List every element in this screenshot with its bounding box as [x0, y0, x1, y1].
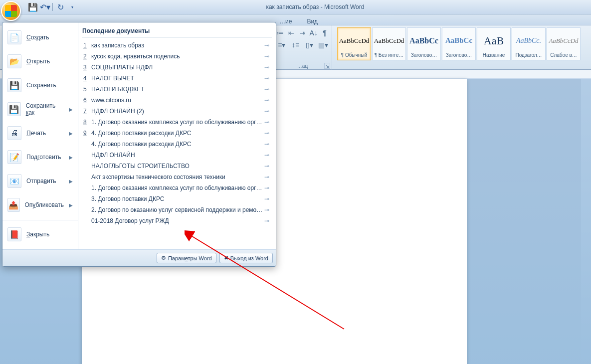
recent-item-title: 01-2018 Договор услуг РЖД	[91, 217, 263, 224]
word-options-button[interactable]: ⚙ Параметры Word	[157, 253, 216, 263]
office-menu-item-save[interactable]: Сохранить	[2, 73, 78, 97]
menu-item-label: Отправить	[26, 178, 56, 184]
decrease-indent-button[interactable]: ⇤	[286, 27, 296, 38]
office-button[interactable]	[1, 1, 21, 21]
qat-undo-button[interactable]: ↶▾	[39, 2, 50, 12]
style-item-1[interactable]: AaBbCcDd¶ Без инте…	[372, 27, 406, 60]
recent-document-item[interactable]: 4НАЛОГ ВЫЧЕТ⊸	[82, 73, 272, 84]
style-preview: AaBbCcDd	[374, 29, 404, 52]
recent-document-item[interactable]: НДФЛ ОНЛАЙН⊸	[82, 150, 272, 161]
pin-icon[interactable]: ⊸	[263, 206, 271, 213]
office-menu-item-prepare[interactable]: Подготовить▶	[2, 145, 78, 169]
align-button[interactable]: ≡▾	[275, 39, 288, 50]
recent-item-number: 7	[83, 108, 91, 115]
recent-document-item[interactable]: 81. Договор оказания комплекса услуг по …	[82, 117, 272, 128]
recent-item-title: 2. Договор по оказанию услуг сервисной п…	[91, 206, 263, 213]
pin-icon[interactable]: ⊸	[263, 97, 271, 104]
exit-word-button[interactable]: ✖ Выход из Word	[219, 253, 273, 263]
open-icon	[7, 54, 21, 68]
recent-document-item[interactable]: 94. Договор поставки расходки ДКРС⊸	[82, 128, 272, 139]
office-menu-item-new[interactable]: Создать	[2, 25, 78, 49]
ribbon-tab-view[interactable]: Вид	[307, 18, 318, 25]
recent-document-item[interactable]: 3СОЦВЫПЛАТЫ НДФЛ⊸	[82, 62, 272, 73]
ribbon-tab-partial[interactable]: …ие	[279, 18, 292, 25]
window-title: как записать образ - Microsoft Word	[266, 3, 364, 10]
qat-customize-button[interactable]: ▾	[67, 2, 78, 12]
pin-icon[interactable]: ⊸	[263, 75, 271, 82]
style-label: Название	[478, 52, 509, 58]
style-label: Заголово…	[408, 52, 439, 58]
recent-document-item[interactable]: Акт экспертизы технического состояния те…	[82, 172, 272, 182]
recent-document-item[interactable]: 01-2018 Договор услуг РЖД⊸	[82, 215, 272, 226]
pin-icon[interactable]: ⊸	[263, 163, 271, 170]
style-item-6[interactable]: AaBbCcDdСлабое в…	[547, 27, 581, 60]
pin-icon[interactable]: ⊸	[263, 119, 271, 126]
recent-document-item[interactable]: 2. Договор по оказанию услуг сервисной п…	[82, 204, 272, 215]
style-item-3[interactable]: AaBbCcЗаголово…	[442, 27, 476, 60]
borders-button[interactable]: ▦▾	[317, 39, 330, 50]
pin-icon[interactable]: ⊸	[263, 141, 271, 148]
qat-save-button[interactable]: 💾	[27, 2, 38, 12]
submenu-arrow-icon: ▶	[69, 155, 73, 160]
style-preview: AaBbCc	[445, 29, 472, 52]
quick-access-toolbar: 💾 ↶▾ ↻ ▾	[27, 2, 78, 12]
send-icon	[7, 174, 21, 188]
pin-icon[interactable]: ⊸	[263, 64, 271, 71]
office-menu-commands: СоздатьОткрытьСохранитьСохранить как▶Печ…	[2, 22, 78, 249]
recent-document-item[interactable]: 1. Договор оказания комплекса услуг по о…	[82, 182, 272, 193]
recent-item-number: 4	[83, 75, 91, 82]
recent-item-title: НДФЛ ОНЛАЙН	[91, 152, 263, 159]
style-item-4[interactable]: AaBНазвание	[477, 27, 511, 60]
recent-item-title: СОЦВЫПЛАТЫ НДФЛ	[91, 64, 263, 71]
recent-document-item[interactable]: 4. Договор поставки расходки ДКРС⊸	[82, 139, 272, 150]
qat-redo-button[interactable]: ↻	[55, 2, 66, 12]
office-menu-item-saveas[interactable]: Сохранить как▶	[2, 97, 78, 121]
shading-button[interactable]: ▯▾	[303, 39, 316, 50]
paragraph-dialog-launcher[interactable]: ↘	[324, 63, 330, 69]
recent-item-title: НАЛОГЛЬГОТЫ СТРОИТЕЛЬСТВО	[91, 163, 263, 170]
style-label: ¶ Без инте…	[374, 52, 404, 58]
pin-icon[interactable]: ⊸	[263, 108, 271, 115]
recent-item-title: кусок кода, нравиться поделись	[91, 53, 263, 60]
submenu-arrow-icon: ▶	[69, 107, 73, 112]
style-item-5[interactable]: AaBbCc.Подзагол…	[512, 27, 546, 60]
pin-icon[interactable]: ⊸	[263, 217, 271, 224]
office-menu-item-send[interactable]: Отправить▶	[2, 169, 78, 193]
pin-icon[interactable]: ⊸	[263, 53, 271, 60]
publish-icon	[7, 198, 20, 212]
menu-item-label: Сохранить как	[26, 102, 64, 116]
pin-icon[interactable]: ⊸	[263, 86, 271, 93]
pin-icon[interactable]: ⊸	[263, 184, 271, 191]
pin-icon[interactable]: ⊸	[263, 174, 271, 181]
menu-item-label: Опубликовать	[25, 201, 64, 208]
pin-icon[interactable]: ⊸	[263, 152, 271, 159]
exit-icon: ✖	[224, 255, 228, 261]
increase-indent-button[interactable]: ⇥	[297, 27, 307, 38]
sort-button[interactable]: A↓	[309, 27, 319, 38]
recent-document-item[interactable]: 7НДФЛ ОНЛАЙН (2)⊸	[82, 106, 272, 117]
recent-document-item[interactable]: 1как записать образ⊸	[82, 40, 272, 51]
style-preview: AaBbCc.	[516, 29, 541, 52]
pin-icon[interactable]: ⊸	[263, 42, 271, 49]
pin-icon[interactable]: ⊸	[263, 195, 271, 202]
recent-document-item[interactable]: 5НАЛОГИ БЮДЖЕТ⊸	[82, 84, 272, 95]
show-marks-button[interactable]: ¶	[320, 27, 330, 38]
bullet-list-button[interactable]: ≔	[275, 27, 285, 38]
recent-document-item[interactable]: 3. Договор поставки ДКРС⊸	[82, 193, 272, 204]
pin-icon[interactable]: ⊸	[263, 130, 271, 137]
recent-item-title: НАЛОГ ВЫЧЕТ	[91, 75, 263, 82]
office-menu-item-close[interactable]: Закрыть	[2, 220, 78, 246]
styles-gallery[interactable]: AaBbCcDd¶ ОбычныйAaBbCcDd¶ Без инте…AaBb…	[337, 27, 581, 60]
style-item-0[interactable]: AaBbCcDd¶ Обычный	[337, 27, 371, 60]
line-spacing-button[interactable]: ↕≡	[289, 39, 302, 50]
recent-document-item[interactable]: 2кусок кода, нравиться поделись⊸	[82, 51, 272, 62]
recent-item-number: 2	[83, 53, 91, 60]
office-menu-item-print[interactable]: Печать▶	[2, 121, 78, 145]
recent-item-number: 1	[83, 42, 91, 49]
recent-document-item[interactable]: НАЛОГЛЬГОТЫ СТРОИТЕЛЬСТВО⊸	[82, 161, 272, 172]
office-menu-item-open[interactable]: Открыть	[2, 49, 78, 73]
recent-documents-header: Последние документы	[82, 27, 272, 38]
style-item-2[interactable]: AaBbCcЗаголово…	[407, 27, 441, 60]
recent-document-item[interactable]: 6www.citcons.ru⊸	[82, 95, 272, 106]
office-menu-item-publish[interactable]: Опубликовать▶	[2, 193, 78, 217]
